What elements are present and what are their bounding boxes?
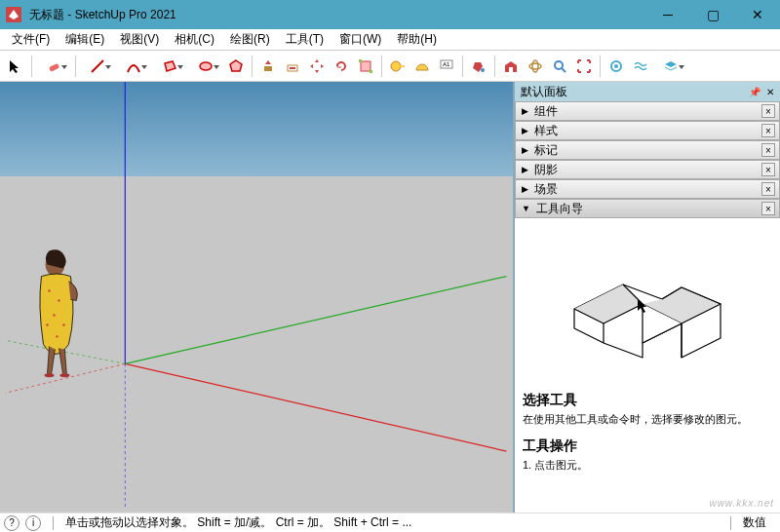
svg-line-21 xyxy=(125,277,506,364)
app-icon xyxy=(6,7,21,22)
close-icon[interactable]: × xyxy=(761,143,775,157)
warehouse-tool[interactable] xyxy=(499,55,523,78)
svg-point-19 xyxy=(614,64,618,68)
svg-text:A1: A1 xyxy=(443,61,450,67)
svg-rect-8 xyxy=(370,70,372,73)
tray-title: 默认面板 xyxy=(521,84,567,100)
tray-header[interactable]: 默认面板 📌 ✕ xyxy=(515,82,780,101)
circle-tool[interactable] xyxy=(188,55,223,78)
zoom-tool[interactable] xyxy=(548,55,571,78)
panel-shadows[interactable]: ▶阴影× xyxy=(515,160,780,179)
svg-point-13 xyxy=(481,68,485,72)
instructor-desc: 在使用其他工具或命令时，选择要修改的图元。 xyxy=(523,411,772,428)
panel-tags[interactable]: ▶标记× xyxy=(515,140,780,160)
ext-gear-tool[interactable] xyxy=(604,55,628,78)
statusbar: ? i 单击或拖动以选择对象。 Shift = 加/减。 Ctrl = 加。 S… xyxy=(0,513,780,532)
instructor-image xyxy=(523,226,772,382)
svg-rect-1 xyxy=(49,62,59,71)
svg-point-2 xyxy=(200,62,212,70)
polygon-tool[interactable] xyxy=(224,55,248,78)
menu-edit[interactable]: 编辑(E) xyxy=(58,29,112,50)
line-tool[interactable] xyxy=(80,55,115,78)
arc-tool[interactable] xyxy=(116,55,151,78)
figure-person[interactable] xyxy=(40,249,78,377)
protractor-tool[interactable] xyxy=(410,55,434,78)
help-icon[interactable]: ? xyxy=(4,515,20,531)
svg-rect-3 xyxy=(264,66,272,71)
menubar: 文件(F) 编辑(E) 视图(V) 相机(C) 绘图(R) 工具(T) 窗口(W… xyxy=(0,29,780,51)
vcb-label: 数值 xyxy=(743,514,776,531)
svg-rect-5 xyxy=(290,67,295,69)
menu-view[interactable]: 视图(V) xyxy=(112,29,167,50)
eraser-tool[interactable] xyxy=(36,55,71,78)
close-icon[interactable]: × xyxy=(761,104,775,118)
svg-point-15 xyxy=(529,63,541,69)
close-icon[interactable]: × xyxy=(761,124,775,137)
ext-layers-tool[interactable] xyxy=(653,55,688,78)
scale-tool[interactable] xyxy=(354,55,377,78)
panel-components[interactable]: ▶组件× xyxy=(515,101,780,121)
offset-tool[interactable] xyxy=(281,55,304,78)
window-buttons: ─ ▢ ✕ xyxy=(645,0,780,29)
instructor-ops-title: 工具操作 xyxy=(523,437,772,455)
panel-instructor[interactable]: ▼工具向导× xyxy=(515,199,780,218)
info-icon[interactable]: i xyxy=(25,515,41,531)
menu-file[interactable]: 文件(F) xyxy=(4,29,58,50)
close-button[interactable]: ✕ xyxy=(735,0,780,29)
svg-point-28 xyxy=(58,299,59,301)
svg-rect-14 xyxy=(509,67,513,72)
menu-camera[interactable]: 相机(C) xyxy=(167,29,222,50)
svg-point-29 xyxy=(53,314,55,316)
select-tool[interactable] xyxy=(4,55,27,78)
panel-styles[interactable]: ▶样式× xyxy=(515,121,780,140)
svg-point-30 xyxy=(46,323,48,325)
toolbar: A1 xyxy=(0,51,780,82)
default-tray: 默认面板 📌 ✕ ▶组件× ▶样式× ▶标记× ▶阴影× ▶场景× ▼工具向导× xyxy=(513,82,780,513)
orbit-tool[interactable] xyxy=(524,55,547,78)
svg-rect-6 xyxy=(361,61,370,71)
zoom-extents-tool[interactable] xyxy=(572,55,596,78)
paint-tool[interactable] xyxy=(467,55,490,78)
svg-point-27 xyxy=(48,289,50,291)
status-message: 单击或拖动以选择对象。 Shift = 加/减。 Ctrl = 加。 Shift… xyxy=(65,514,719,531)
close-icon[interactable]: × xyxy=(761,202,775,215)
close-icon[interactable]: × xyxy=(761,163,775,176)
rectangle-tool[interactable] xyxy=(152,55,187,78)
minimize-button[interactable]: ─ xyxy=(645,0,690,29)
instructor-content: 选择工具 在使用其他工具或命令时，选择要修改的图元。 工具操作 1. 点击图元。 xyxy=(515,218,780,513)
svg-line-20 xyxy=(125,363,506,451)
svg-point-16 xyxy=(532,60,538,72)
tray-close-icon[interactable]: ✕ xyxy=(766,87,774,97)
menu-tools[interactable]: 工具(T) xyxy=(278,29,332,50)
move-tool[interactable] xyxy=(305,55,329,78)
svg-rect-7 xyxy=(359,59,362,62)
menu-draw[interactable]: 绘图(R) xyxy=(222,29,278,50)
window-title: 无标题 - SketchUp Pro 2021 xyxy=(29,7,645,23)
svg-point-33 xyxy=(44,373,54,377)
svg-point-31 xyxy=(62,323,64,325)
svg-rect-10 xyxy=(400,65,405,67)
svg-point-9 xyxy=(391,61,401,71)
pushpull-tool[interactable] xyxy=(256,55,280,78)
menu-window[interactable]: 窗口(W) xyxy=(332,29,389,50)
svg-point-17 xyxy=(555,61,563,69)
titlebar: 无标题 - SketchUp Pro 2021 ─ ▢ ✕ xyxy=(0,0,780,29)
text-tool[interactable]: A1 xyxy=(435,55,458,78)
instructor-ops-line: 1. 点击图元。 xyxy=(523,457,772,474)
maximize-button[interactable]: ▢ xyxy=(690,0,735,29)
instructor-title: 选择工具 xyxy=(523,392,772,409)
viewport-3d[interactable] xyxy=(0,82,513,513)
ext-waves-tool[interactable] xyxy=(629,55,652,78)
menu-help[interactable]: 帮助(H) xyxy=(389,29,445,50)
svg-point-32 xyxy=(56,335,58,337)
svg-point-34 xyxy=(59,373,69,377)
close-icon[interactable]: × xyxy=(761,182,775,196)
panel-scenes[interactable]: ▶场景× xyxy=(515,179,780,199)
rotate-tool[interactable] xyxy=(330,55,353,78)
tape-tool[interactable] xyxy=(386,55,410,78)
pin-icon[interactable]: 📌 xyxy=(749,87,760,97)
